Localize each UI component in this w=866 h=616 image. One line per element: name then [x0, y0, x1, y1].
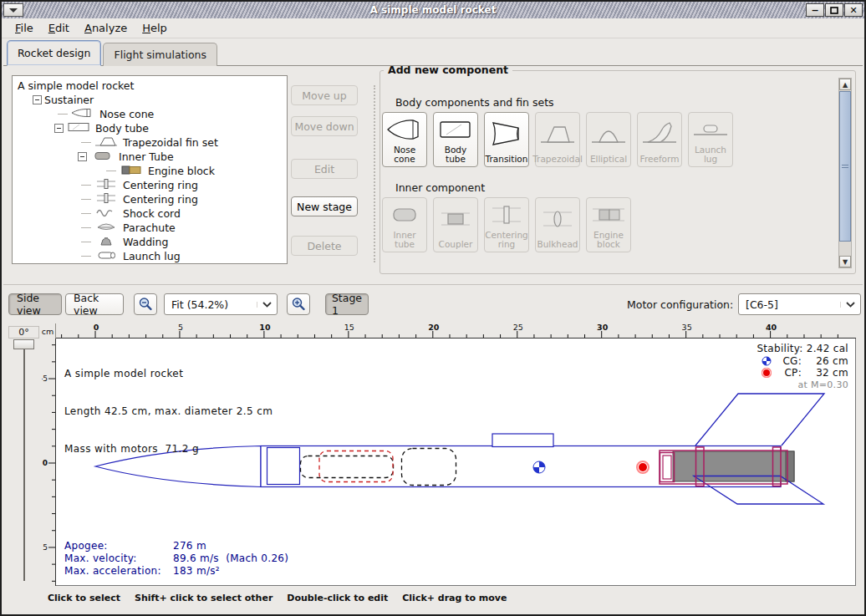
stability-info: Stability: 2.42 cal CG: 26 cm CP: 32 cm … [756, 343, 848, 391]
stage-1-toggle[interactable]: Stage 1 [325, 293, 369, 315]
tab-flight-simulations[interactable]: Flight simulations [103, 43, 217, 66]
body-tube-icon [436, 113, 475, 145]
svg-text:40: 40 [766, 323, 777, 332]
rocket-info-text: A simple model rocket Length 42.5 cm, ma… [64, 343, 273, 481]
collapse-icon[interactable] [33, 95, 42, 104]
cp-label: CP: [775, 367, 802, 379]
tree-label: Wadding [123, 236, 168, 248]
scroll-up-icon[interactable]: ▲ [839, 79, 851, 90]
cp-marker [637, 461, 649, 473]
tree-row-nose-cone[interactable]: Nose cone [13, 107, 287, 121]
tree-row-shock-cord[interactable]: Shock cord [13, 206, 287, 221]
component-scrollbar[interactable]: ▲ ▼ [838, 78, 852, 268]
tree-row-centering-ring-2[interactable]: Centering ring [13, 192, 287, 206]
max-acceleration-value: 183 m/s² [173, 565, 220, 578]
delete-button[interactable]: Delete [291, 236, 358, 256]
add-bulkhead-button[interactable]: Bulkhead [535, 197, 580, 252]
component-tree: A simple model rocket Sustainer Nose con… [12, 75, 288, 264]
svg-text:15: 15 [344, 323, 354, 332]
engine-block-icon [119, 164, 144, 178]
add-transition-button[interactable]: Transition [484, 112, 529, 167]
tree-row-body-tube[interactable]: Body tube [13, 121, 287, 135]
menu-bar: File Edit Analyze Help [2, 18, 864, 38]
menu-file[interactable]: File [8, 20, 40, 36]
bulkhead-icon [538, 198, 577, 240]
tree-row-launch-lug[interactable]: Launch lug [13, 249, 287, 263]
svg-text:5: 5 [43, 543, 48, 552]
zoom-level-select[interactable]: Fit (54.2%) [164, 293, 278, 315]
tree-label: Body tube [95, 122, 149, 135]
coupler-icon [436, 198, 475, 240]
tree-row-inner-tube[interactable]: Inner Tube [13, 150, 287, 164]
tree-row-sustainer[interactable]: Sustainer [13, 93, 287, 107]
menu-analyze[interactable]: Analyze [78, 20, 134, 36]
motor-configuration-value: [C6-5] [739, 298, 840, 311]
add-freeform-fin-button[interactable]: Freeform [637, 112, 682, 167]
edit-button[interactable]: Edit [291, 159, 358, 179]
add-coupler-button[interactable]: Coupler [433, 197, 478, 252]
max-velocity-label: Max. velocity: [64, 552, 173, 565]
svg-text:25: 25 [513, 323, 523, 332]
engine-block-icon [589, 198, 628, 231]
centering-ring-icon [94, 178, 119, 192]
add-nose-cone-button[interactable]: Nose cone [382, 112, 427, 167]
tree-row-engine-block[interactable]: Engine block [13, 164, 287, 178]
tree-row-parachute[interactable]: Parachute [13, 221, 287, 235]
horizontal-ruler: 0510152025303540 [56, 323, 856, 339]
motor-body[interactable] [673, 451, 794, 481]
chevron-down-icon [257, 302, 277, 308]
status-bar: Click to select Shift+ click to select o… [48, 593, 507, 603]
motor-configuration-select[interactable]: [C6-5] [738, 293, 861, 315]
tree-label: Launch lug [123, 250, 181, 262]
trapezoidal-fin-icon [538, 113, 577, 155]
add-elliptical-fin-button[interactable]: Elliptical [586, 112, 631, 167]
scroll-down-icon[interactable]: ▼ [839, 256, 851, 267]
menu-help[interactable]: Help [135, 20, 174, 36]
menu-edit[interactable]: Edit [42, 20, 76, 36]
main-tabs: Rocket design Flight simulations [7, 40, 217, 66]
add-launch-lug-button[interactable]: Launch lug [688, 112, 733, 167]
move-up-button[interactable]: Move up [291, 85, 358, 105]
nose-cone-icon [70, 107, 95, 121]
vertical-ruler: -505 [42, 339, 56, 586]
scrollbar-thumb[interactable] [839, 91, 851, 242]
toolbar-divider [3, 284, 863, 285]
tree-row-fin-set[interactable]: Trapezoidal fin set [13, 135, 287, 150]
collapse-icon[interactable] [78, 152, 87, 161]
chevron-down-icon [840, 302, 860, 308]
zoom-in-button[interactable] [287, 293, 310, 315]
tree-label: Centering ring [123, 179, 198, 191]
maximize-button[interactable] [825, 3, 843, 17]
collapse-icon[interactable] [54, 124, 64, 133]
move-down-button[interactable]: Move down [291, 116, 358, 136]
rotation-slider-handle[interactable] [13, 339, 34, 349]
add-inner-tube-button[interactable]: Inner tube [382, 197, 427, 252]
minimize-button[interactable]: − [806, 3, 824, 17]
zoom-level-value: Fit (54.2%) [165, 298, 257, 311]
tree-row-rocket[interactable]: A simple model rocket [13, 79, 287, 93]
tree-row-centering-ring-1[interactable]: Centering ring [13, 178, 287, 192]
fin-top-outline[interactable] [695, 394, 824, 445]
close-button[interactable]: ✕ [844, 3, 863, 17]
add-engine-block-button[interactable]: Engine block [586, 197, 631, 252]
rotation-angle-label: 0° [8, 326, 39, 339]
tree-label: Nose cone [99, 108, 154, 120]
launch-lug-outline[interactable] [492, 434, 553, 447]
back-view-button[interactable]: Back view [65, 293, 124, 315]
zoom-out-button[interactable] [134, 293, 157, 315]
rotation-slider-track[interactable] [23, 343, 25, 581]
add-centering-ring-button[interactable]: Centering ring [484, 197, 529, 252]
tree-label: Inner Tube [119, 150, 174, 163]
tree-row-wadding[interactable]: Wadding [13, 235, 287, 249]
add-body-tube-button[interactable]: Body tube [433, 112, 478, 167]
rocket-figure-canvas[interactable]: A simple model rocket Length 42.5 cm, ma… [56, 339, 856, 586]
body-tube-icon [66, 121, 91, 135]
trapezoidal-fin-icon [94, 135, 119, 150]
tree-label: Engine block [148, 165, 215, 177]
tab-rocket-design[interactable]: Rocket design [7, 40, 101, 66]
side-view-button[interactable]: Side view [8, 293, 62, 315]
new-stage-button[interactable]: New stage [291, 196, 358, 216]
add-trapezoidal-fin-button[interactable]: Trapezoidal [535, 112, 580, 167]
parachute-icon [94, 221, 119, 235]
inner-tube-icon [385, 198, 424, 231]
